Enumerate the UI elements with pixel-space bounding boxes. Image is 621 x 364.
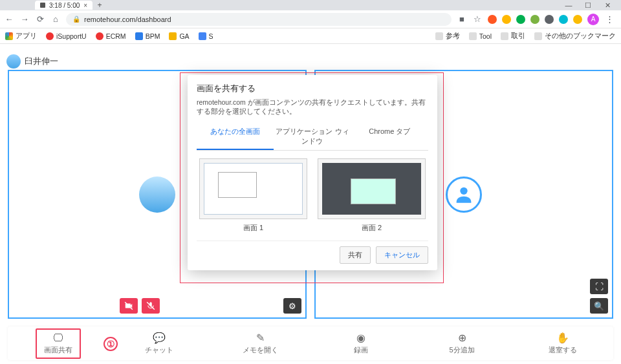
add-time-label: 5分追加	[449, 345, 474, 355]
browser-toolbar: ← → ⟳ ⌂ 🔒 remotehour.com/dashboard ■ ☆ A…	[0, 10, 621, 28]
annotation-1: ①	[104, 337, 118, 351]
leave-label: 退室する	[549, 345, 577, 355]
close-tab-icon[interactable]: ×	[83, 2, 87, 9]
camera-off-button[interactable]	[120, 298, 138, 314]
screen-share-button[interactable]: 🖵 画面共有	[36, 328, 81, 359]
star-icon[interactable]: ☆	[472, 14, 483, 24]
screen-choice-1[interactable]: 画面 1	[199, 158, 307, 233]
cancel-button[interactable]: キャンセル	[376, 246, 428, 264]
leave-button[interactable]: ✋ 退室する	[540, 332, 585, 355]
record-button[interactable]: ◉ 録画	[338, 332, 384, 355]
bookmark-folder[interactable]: 参考	[435, 32, 460, 41]
screen-choices: 画面 1 画面 2	[197, 151, 428, 241]
local-username: 臼井伸一	[6, 54, 58, 69]
local-avatar	[139, 177, 175, 213]
ext-icon[interactable]	[545, 15, 554, 24]
modal-title: 画面を共有する	[197, 83, 428, 94]
apps-button[interactable]: アプリ	[5, 32, 37, 41]
monitor-icon: 🖵	[53, 332, 63, 344]
app-viewport: 臼井伸一 ⚙ ⛶ 🔍 🖵 画面共有 💬	[0, 44, 621, 364]
modal-description: remotehour.com が画面コンテンツの共有をリクエストしています。共有…	[197, 98, 428, 116]
window-minimize[interactable]: —	[559, 1, 578, 9]
ext-icon[interactable]	[559, 15, 568, 24]
record-icon: ◉	[356, 332, 365, 344]
screen-choice-2-label: 画面 2	[362, 224, 382, 231]
screen-choice-2[interactable]: 画面 2	[318, 158, 426, 233]
chat-button[interactable]: 💬 チャット	[136, 332, 182, 355]
ext-icon[interactable]	[516, 15, 525, 24]
mic-off-button[interactable]	[142, 298, 160, 314]
bookmark-item[interactable]: iSupportU	[46, 32, 87, 40]
menu-icon[interactable]: ⋮	[604, 14, 615, 24]
username-text: 臼井伸一	[25, 56, 58, 67]
reload-button[interactable]: ⟳	[35, 14, 45, 24]
memo-label: メモを開く	[243, 345, 278, 355]
bookmark-item[interactable]: ECRM	[96, 32, 126, 40]
forward-button[interactable]: →	[19, 14, 30, 24]
back-button[interactable]: ←	[4, 14, 14, 24]
window-maximize[interactable]: ☐	[578, 1, 598, 10]
share-confirm-button[interactable]: 共有	[340, 246, 371, 264]
new-tab-button[interactable]: +	[95, 1, 104, 10]
plus-circle-icon: ⊕	[458, 332, 466, 344]
settings-button[interactable]: ⚙	[283, 298, 301, 314]
hand-icon: ✋	[556, 332, 569, 344]
bookmark-item[interactable]: S	[199, 32, 213, 40]
local-media-controls	[120, 298, 160, 314]
screen-choice-1-label: 画面 1	[243, 224, 263, 231]
browser-titlebar: 3:18 / 5:00 × + — ☐ ✕	[0, 0, 621, 10]
bookmarks-bar: アプリ iSupportU ECRM BPM GA S 参考 Tool 取引 そ…	[0, 28, 621, 44]
svg-point-2	[460, 187, 467, 194]
bookmark-item[interactable]: BPM	[135, 32, 160, 40]
chat-icon: 💬	[153, 332, 166, 344]
other-bookmarks[interactable]: その他のブックマーク	[534, 32, 616, 41]
video-icon[interactable]: ■	[457, 14, 467, 24]
pencil-icon: ✎	[256, 332, 265, 344]
bookmark-item[interactable]: GA	[169, 32, 189, 40]
screen-thumbnail-1	[199, 158, 307, 219]
record-label: 録画	[354, 345, 368, 355]
bookmark-folder[interactable]: Tool	[469, 32, 492, 40]
memo-button[interactable]: ✎ メモを開く	[237, 332, 283, 355]
remote-avatar-placeholder	[446, 177, 482, 213]
modal-actions: 共有 キャンセル	[197, 241, 428, 264]
tab-entire-screen[interactable]: あなたの全画面	[197, 123, 274, 150]
lock-icon: 🔒	[72, 16, 80, 23]
browser-tab[interactable]: 3:18 / 5:00 ×	[35, 1, 93, 10]
add-time-button[interactable]: ⊕ 5分追加	[439, 332, 485, 355]
profile-avatar[interactable]: A	[587, 14, 599, 25]
tab-chrome-tab[interactable]: Chrome タブ	[351, 123, 428, 150]
tab-favicon	[40, 3, 45, 8]
chat-label: チャット	[145, 345, 173, 355]
screen-thumbnail-2	[318, 158, 426, 219]
share-screen-modal: 画面を共有する remotehour.com が画面コンテンツの共有をリクエスト…	[188, 75, 437, 270]
zoom-button[interactable]: 🔍	[590, 298, 608, 314]
ext-icon[interactable]	[573, 15, 582, 24]
ext-icon[interactable]	[502, 15, 511, 24]
modal-tabs: あなたの全画面 アプリケーション ウィンドウ Chrome タブ	[197, 123, 428, 151]
fullscreen-button[interactable]: ⛶	[590, 279, 608, 294]
bookmark-folder[interactable]: 取引	[501, 32, 525, 41]
tab-title: 3:18 / 5:00	[49, 2, 80, 9]
screen-share-label: 画面共有	[44, 345, 72, 355]
bottom-toolbar: 🖵 画面共有 💬 チャット ✎ メモを開く ◉ 録画 ⊕ 5分追加 ✋ 退室する	[8, 327, 613, 360]
home-button[interactable]: ⌂	[50, 14, 61, 24]
url-text: remotehour.com/dashboard	[84, 16, 171, 23]
ext-icon[interactable]	[488, 15, 497, 24]
user-avatar-icon	[6, 54, 21, 69]
extension-icons: ■ ☆ A ⋮	[457, 14, 617, 25]
tab-app-window[interactable]: アプリケーション ウィンドウ	[274, 123, 351, 150]
window-close[interactable]: ✕	[598, 1, 617, 10]
ext-icon[interactable]	[530, 15, 539, 24]
address-bar[interactable]: 🔒 remotehour.com/dashboard	[66, 13, 452, 26]
